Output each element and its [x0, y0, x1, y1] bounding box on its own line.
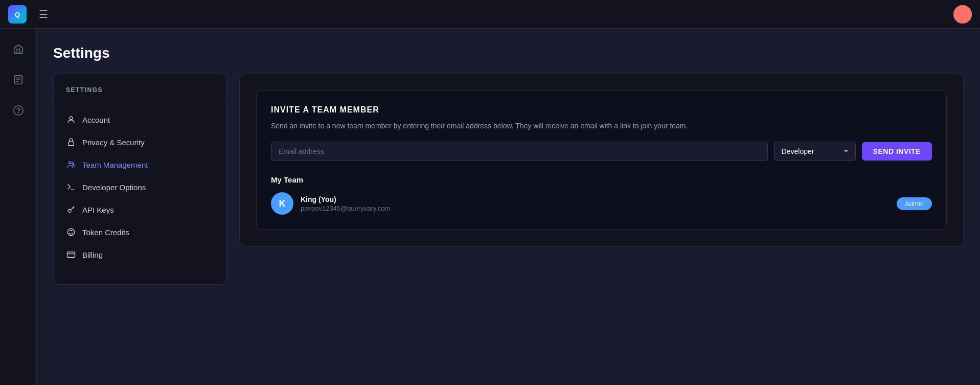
svg-point-13: [72, 163, 74, 165]
main-content: Settings SETTINGS Account: [37, 29, 980, 385]
settings-panel: SETTINGS Account: [53, 74, 227, 285]
billing-icon: [66, 250, 76, 260]
lock-icon: [66, 137, 76, 147]
developer-options-nav-label: Developer Options: [82, 183, 146, 192]
sidebar-home-icon[interactable]: [8, 39, 29, 59]
app-logo: Q: [8, 5, 27, 24]
menu-toggle-button[interactable]: ☰: [35, 6, 52, 22]
svg-point-3: [953, 5, 972, 24]
svg-point-12: [69, 162, 72, 164]
icon-sidebar: [0, 29, 37, 385]
role-select[interactable]: Developer Admin Viewer: [774, 142, 856, 161]
page-title: Settings: [53, 45, 964, 61]
settings-panel-header: SETTINGS: [54, 86, 226, 102]
invite-description: Send an invite to a new team member by e…: [271, 121, 932, 131]
email-input[interactable]: [271, 142, 768, 161]
privacy-nav[interactable]: Privacy & Security: [54, 131, 226, 153]
user-avatar[interactable]: [953, 5, 972, 24]
privacy-nav-label: Privacy & Security: [82, 138, 145, 147]
svg-point-10: [70, 117, 73, 120]
member-email: povpov12345@queryvary.com: [301, 205, 890, 212]
svg-rect-17: [67, 252, 75, 258]
account-nav[interactable]: Account: [54, 108, 226, 131]
invite-inner: INVITE A TEAM MEMBER Send an invite to a…: [256, 90, 947, 230]
key-icon: [66, 205, 76, 215]
svg-text:Q: Q: [15, 11, 20, 18]
billing-nav-label: Billing: [82, 251, 103, 259]
invite-panel: INVITE A TEAM MEMBER Send an invite to a…: [239, 74, 964, 246]
team-section-title: My Team: [271, 175, 932, 184]
team-section: My Team K King (You) povpov12345@queryva…: [271, 175, 932, 215]
svg-point-16: [67, 229, 75, 236]
svg-rect-11: [69, 142, 74, 146]
token-icon: [66, 227, 76, 237]
invite-form: Developer Admin Viewer SEND INVITE: [271, 142, 932, 161]
svg-point-9: [18, 112, 18, 113]
sidebar-document-icon[interactable]: [8, 70, 29, 90]
send-invite-button[interactable]: SEND INVITE: [862, 142, 932, 161]
account-nav-label: Account: [82, 116, 110, 124]
member-name: King (You): [301, 195, 890, 203]
developer-options-nav[interactable]: Developer Options: [54, 176, 226, 198]
team-member: K King (You) povpov12345@queryvary.com A…: [271, 192, 932, 215]
team-icon: [66, 160, 76, 170]
member-info: King (You) povpov12345@queryvary.com: [301, 195, 890, 212]
content-grid: SETTINGS Account: [53, 74, 964, 285]
sidebar-help-icon[interactable]: [8, 100, 29, 121]
invite-title: INVITE A TEAM MEMBER: [271, 105, 932, 115]
token-credits-nav[interactable]: Token Credits: [54, 221, 226, 243]
account-icon: [66, 115, 76, 125]
terminal-icon: [66, 182, 76, 192]
top-bar-left: Q ☰: [8, 5, 52, 24]
top-bar: Q ☰: [0, 0, 980, 29]
billing-nav[interactable]: Billing: [54, 243, 226, 266]
api-keys-nav-label: API Keys: [82, 206, 114, 214]
api-keys-nav[interactable]: API Keys: [54, 198, 226, 221]
member-avatar: K: [271, 192, 293, 215]
member-role-badge: Admin: [897, 197, 932, 210]
settings-nav: Account Privacy & Security: [54, 102, 226, 272]
team-management-nav[interactable]: Team Management: [54, 153, 226, 176]
team-management-nav-label: Team Management: [82, 161, 148, 169]
token-credits-nav-label: Token Credits: [82, 228, 129, 237]
